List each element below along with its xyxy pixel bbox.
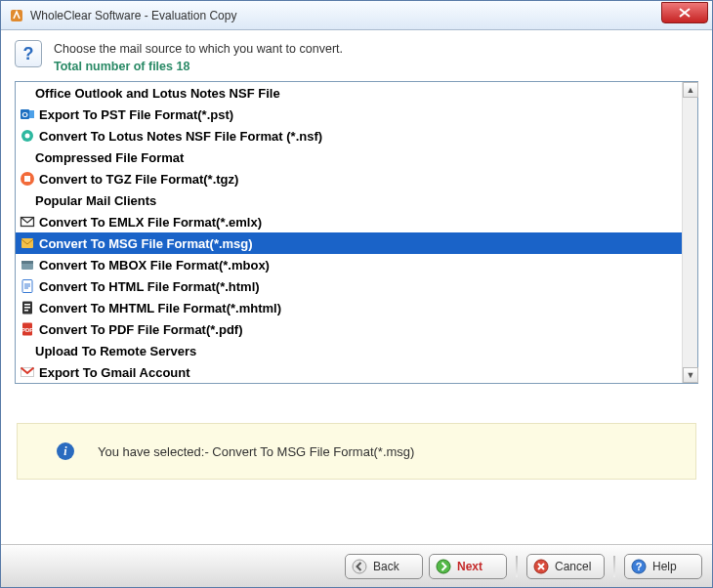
list-section-header: Office Outlook and Lotus Notes NSF File bbox=[16, 82, 682, 104]
pdf-icon: PDF bbox=[20, 321, 35, 337]
list-item[interactable]: Convert To MBOX File Format(*.mbox) bbox=[16, 254, 682, 275]
svg-point-20 bbox=[353, 560, 366, 573]
next-button[interactable]: Next bbox=[429, 554, 507, 579]
list-item[interactable]: Convert To EMLX File Format(*.emlx) bbox=[16, 211, 682, 232]
list-item-label: Convert To MBOX File Format(*.mbox) bbox=[39, 258, 270, 273]
list-item-label: Convert To MHTML File Format(*.mhtml) bbox=[39, 301, 281, 315]
list-section-header: Compressed File Format bbox=[16, 147, 682, 168]
svg-rect-15 bbox=[24, 307, 30, 309]
separator bbox=[516, 556, 518, 577]
list-section-header: Upload To Remote Servers bbox=[16, 340, 682, 361]
svg-rect-11 bbox=[21, 261, 33, 264]
file-count-line: Total number of files 18 bbox=[54, 58, 343, 75]
help-button[interactable]: ? Help bbox=[624, 554, 702, 579]
list-item[interactable]: Convert To MHTML File Format(*.mhtml) bbox=[16, 297, 682, 318]
msg-icon bbox=[20, 235, 35, 251]
cancel-icon bbox=[533, 559, 549, 574]
list-item[interactable]: Convert To Lotus Notes NSF File Format (… bbox=[16, 125, 682, 147]
list-item-label: Convert To PDF File Format(*.pdf) bbox=[39, 322, 242, 337]
scroll-down-button[interactable]: ▼ bbox=[683, 367, 698, 383]
app-icon bbox=[9, 8, 24, 23]
next-label: Next bbox=[457, 560, 482, 573]
svg-point-5 bbox=[25, 134, 30, 139]
gmail-icon bbox=[20, 364, 35, 380]
mhtml-icon bbox=[20, 300, 35, 315]
info-icon: i bbox=[57, 442, 74, 460]
list-item-label: Convert To HTML File Format(*.html) bbox=[39, 279, 260, 294]
wizard-instruction: Choose the mail source to which you want… bbox=[54, 40, 343, 58]
svg-text:PDF: PDF bbox=[21, 327, 33, 333]
wizard-header: ? Choose the mail source to which you wa… bbox=[1, 30, 712, 81]
help-icon: ? bbox=[15, 40, 42, 67]
scroll-up-button[interactable]: ▲ bbox=[683, 82, 698, 98]
list-item-label: Convert To EMLX File Format(*.emlx) bbox=[39, 215, 262, 230]
mbox-icon bbox=[20, 257, 35, 273]
list-item-label: Convert To MSG File Format(*.msg) bbox=[39, 236, 253, 251]
emlx-icon bbox=[20, 214, 35, 230]
list-item[interactable]: Convert To HTML File Format(*.html) bbox=[16, 275, 682, 297]
scrollbar[interactable]: ▲ ▼ bbox=[682, 82, 697, 383]
lotus-icon bbox=[20, 128, 35, 144]
window-title: WholeClear Software - Evaluation Copy bbox=[30, 9, 661, 22]
list-item-label: Convert To Lotus Notes NSF File Format (… bbox=[39, 129, 322, 144]
outlook-icon: O bbox=[20, 106, 35, 122]
svg-rect-7 bbox=[24, 176, 30, 182]
content: Office Outlook and Lotus Notes NSF FileO… bbox=[1, 81, 712, 544]
arrow-left-icon bbox=[352, 559, 367, 574]
app-window: WholeClear Software - Evaluation Copy ? … bbox=[0, 0, 713, 588]
cancel-label: Cancel bbox=[555, 560, 591, 573]
separator bbox=[613, 556, 615, 577]
wizard-header-text: Choose the mail source to which you want… bbox=[54, 40, 343, 75]
back-label: Back bbox=[373, 560, 399, 573]
cancel-button[interactable]: Cancel bbox=[526, 554, 605, 579]
arrow-right-icon bbox=[436, 559, 451, 574]
svg-rect-14 bbox=[24, 304, 30, 306]
svg-text:O: O bbox=[21, 110, 27, 119]
list-item-label: Export To Gmail Account bbox=[39, 365, 190, 380]
svg-point-21 bbox=[437, 560, 450, 573]
button-bar: Back Next Cancel ? Help bbox=[1, 544, 712, 587]
list-item[interactable]: Convert to TGZ File Format(*.tgz) bbox=[16, 168, 682, 189]
list-item[interactable]: OExport To PST File Format(*.pst) bbox=[16, 104, 682, 125]
svg-text:?: ? bbox=[636, 561, 643, 572]
list-item[interactable]: Convert To MSG File Format(*.msg) bbox=[16, 232, 682, 254]
format-listbox[interactable]: Office Outlook and Lotus Notes NSF FileO… bbox=[15, 81, 698, 384]
html-icon bbox=[20, 278, 35, 294]
list-section-header: Popular Mail Clients bbox=[16, 189, 682, 211]
selection-text: You have selected:- Convert To MSG File … bbox=[98, 444, 414, 459]
svg-rect-16 bbox=[24, 310, 28, 312]
svg-rect-3 bbox=[29, 110, 34, 118]
list-item-label: Convert to TGZ File Format(*.tgz) bbox=[39, 172, 238, 187]
help-circle-icon: ? bbox=[631, 559, 647, 574]
list-item-label: Export To PST File Format(*.pst) bbox=[39, 107, 233, 122]
help-label: Help bbox=[652, 560, 677, 573]
back-button[interactable]: Back bbox=[345, 554, 423, 579]
close-button[interactable] bbox=[661, 2, 708, 23]
titlebar: WholeClear Software - Evaluation Copy bbox=[1, 1, 712, 30]
list-item[interactable]: Export To Gmail Account bbox=[16, 361, 682, 383]
svg-rect-9 bbox=[21, 238, 33, 248]
tgz-icon bbox=[20, 171, 35, 187]
list-item[interactable]: PDFConvert To PDF File Format(*.pdf) bbox=[16, 318, 682, 340]
selection-info: i You have selected:- Convert To MSG Fil… bbox=[17, 423, 696, 480]
